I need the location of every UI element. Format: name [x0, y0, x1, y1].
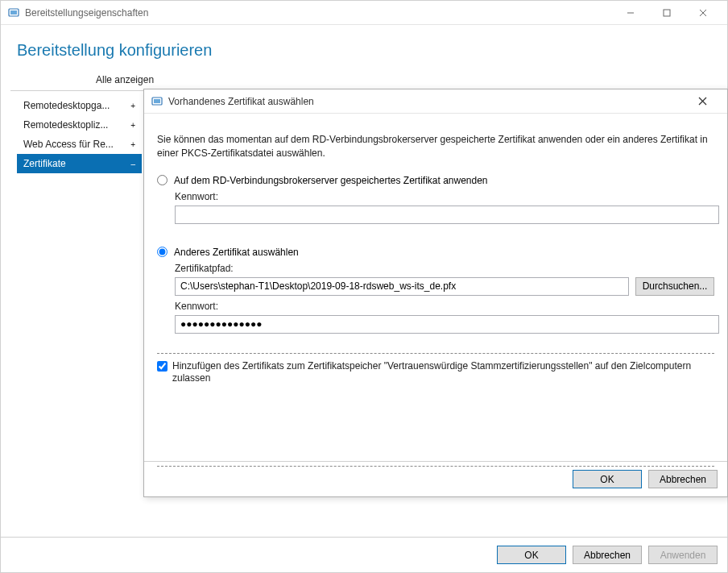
- app-icon: [151, 95, 163, 108]
- radio-use-stored-cert[interactable]: Auf dem RD-Verbindungsbrokerserver gespe…: [157, 175, 714, 186]
- trusted-root-section: Hinzufügen des Zertifikats zum Zertifika…: [157, 353, 714, 467]
- ok-button[interactable]: OK: [497, 546, 566, 564]
- svg-rect-3: [664, 10, 670, 16]
- plus-icon: +: [130, 140, 135, 149]
- sidebar-item-certificates[interactable]: Zertifikate –: [17, 154, 142, 173]
- cert-path-field[interactable]: [175, 277, 629, 296]
- parent-titlebar: Bereitstellungseigenschaften: [1, 1, 727, 25]
- sidebar-item-label: Remotedesktopliz...: [23, 119, 108, 131]
- close-icon[interactable]: [685, 90, 721, 113]
- radio-use-stored-cert-label: Auf dem RD-Verbindungsbrokerserver gespe…: [174, 175, 488, 186]
- radio-use-stored-cert-input[interactable]: [157, 175, 168, 185]
- add-to-trusted-root-label: Hinzufügen des Zertifikats zum Zertifika…: [172, 360, 714, 385]
- password-label-1: Kennwort:: [175, 191, 714, 202]
- modal-titlebar: Vorhandenes Zertifikat auswählen: [144, 89, 727, 114]
- modal-description: Sie können das momentan auf dem RD-Verbi…: [157, 133, 714, 160]
- radio-other-cert-input[interactable]: [157, 247, 168, 257]
- minus-icon: –: [130, 160, 135, 168]
- plus-icon: +: [130, 102, 135, 110]
- app-icon: [7, 6, 20, 19]
- password-label-2: Kennwort:: [175, 301, 714, 312]
- sidebar-item-rd-gateway[interactable]: Remotedesktopga... +: [17, 96, 142, 115]
- add-to-trusted-root-checkbox[interactable]: [157, 361, 168, 372]
- svg-rect-7: [154, 99, 160, 103]
- sidebar: Remotedesktopga... + Remotedesktopliz...…: [17, 96, 142, 173]
- browse-button[interactable]: Durchsuchen...: [635, 277, 714, 296]
- parent-window: Bereitstellungseigenschaften Bereitstell…: [0, 0, 728, 573]
- modal-footer: OK Abbrechen: [144, 461, 727, 496]
- modal-title: Vorhandenes Zertifikat auswählen: [168, 96, 685, 107]
- password-field-2[interactable]: [175, 315, 719, 334]
- sidebar-item-label: Remotedesktopga...: [23, 100, 110, 111]
- plus-icon: +: [130, 121, 135, 130]
- modal-ok-button[interactable]: OK: [573, 470, 642, 488]
- minimize-button[interactable]: [612, 2, 648, 24]
- sidebar-item-label: Web Access für Re...: [23, 139, 114, 150]
- parent-footer: OK Abbrechen Anwenden: [1, 537, 727, 572]
- page-title: Bereitstellung konfigurieren: [1, 25, 727, 68]
- cancel-button[interactable]: Abbrechen: [573, 546, 642, 564]
- select-certificate-dialog: Vorhandenes Zertifikat auswählen Sie kön…: [143, 89, 728, 497]
- show-all-link[interactable]: Alle anzeigen: [10, 68, 718, 91]
- sidebar-item-label: Zertifikate: [23, 158, 66, 169]
- apply-button[interactable]: Anwenden: [648, 546, 718, 564]
- modal-body: Sie können das momentan auf dem RD-Verbi…: [144, 114, 727, 467]
- parent-window-title: Bereitstellungseigenschaften: [25, 7, 612, 19]
- password-field-1[interactable]: [175, 206, 719, 224]
- radio-other-cert-label: Anderes Zertifikat auswählen: [174, 247, 299, 258]
- modal-cancel-button[interactable]: Abbrechen: [648, 470, 718, 488]
- window-controls: [612, 2, 721, 24]
- maximize-button[interactable]: [648, 2, 685, 24]
- sidebar-item-rd-licensing[interactable]: Remotedesktopliz... +: [17, 115, 142, 135]
- close-button[interactable]: [685, 2, 721, 24]
- cert-path-label: Zertifikatpfad:: [175, 263, 714, 274]
- svg-rect-1: [10, 10, 17, 15]
- sidebar-item-web-access[interactable]: Web Access für Re... +: [17, 135, 142, 154]
- radio-other-cert[interactable]: Anderes Zertifikat auswählen: [157, 247, 714, 258]
